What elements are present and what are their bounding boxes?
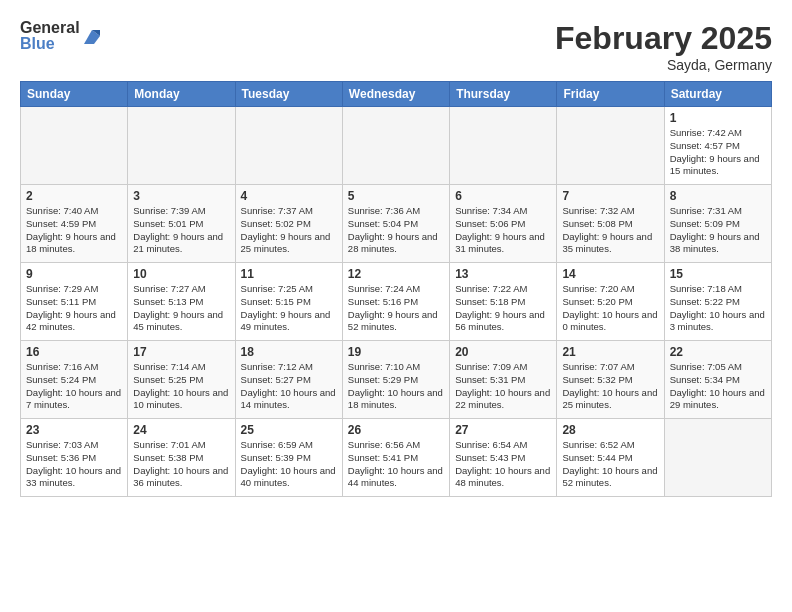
- calendar-cell: 23Sunrise: 7:03 AM Sunset: 5:36 PM Dayli…: [21, 419, 128, 497]
- day-info: Sunrise: 6:56 AM Sunset: 5:41 PM Dayligh…: [348, 439, 444, 490]
- day-info: Sunrise: 7:16 AM Sunset: 5:24 PM Dayligh…: [26, 361, 122, 412]
- day-number: 24: [133, 423, 229, 437]
- day-info: Sunrise: 6:52 AM Sunset: 5:44 PM Dayligh…: [562, 439, 658, 490]
- day-info: Sunrise: 7:32 AM Sunset: 5:08 PM Dayligh…: [562, 205, 658, 256]
- day-info: Sunrise: 7:20 AM Sunset: 5:20 PM Dayligh…: [562, 283, 658, 334]
- day-number: 18: [241, 345, 337, 359]
- calendar-cell: 2Sunrise: 7:40 AM Sunset: 4:59 PM Daylig…: [21, 185, 128, 263]
- calendar-cell: 18Sunrise: 7:12 AM Sunset: 5:27 PM Dayli…: [235, 341, 342, 419]
- day-info: Sunrise: 7:36 AM Sunset: 5:04 PM Dayligh…: [348, 205, 444, 256]
- logo-icon: [82, 26, 102, 46]
- day-info: Sunrise: 6:54 AM Sunset: 5:43 PM Dayligh…: [455, 439, 551, 490]
- day-number: 4: [241, 189, 337, 203]
- weekday-header: Monday: [128, 82, 235, 107]
- day-number: 12: [348, 267, 444, 281]
- day-info: Sunrise: 7:22 AM Sunset: 5:18 PM Dayligh…: [455, 283, 551, 334]
- calendar-cell: 24Sunrise: 7:01 AM Sunset: 5:38 PM Dayli…: [128, 419, 235, 497]
- day-number: 21: [562, 345, 658, 359]
- month-title: February 2025: [555, 20, 772, 57]
- calendar-cell: 8Sunrise: 7:31 AM Sunset: 5:09 PM Daylig…: [664, 185, 771, 263]
- calendar: SundayMondayTuesdayWednesdayThursdayFrid…: [20, 81, 772, 497]
- day-number: 16: [26, 345, 122, 359]
- day-info: Sunrise: 7:31 AM Sunset: 5:09 PM Dayligh…: [670, 205, 766, 256]
- calendar-cell: 12Sunrise: 7:24 AM Sunset: 5:16 PM Dayli…: [342, 263, 449, 341]
- calendar-cell: 19Sunrise: 7:10 AM Sunset: 5:29 PM Dayli…: [342, 341, 449, 419]
- day-number: 26: [348, 423, 444, 437]
- day-info: Sunrise: 7:24 AM Sunset: 5:16 PM Dayligh…: [348, 283, 444, 334]
- calendar-cell: 17Sunrise: 7:14 AM Sunset: 5:25 PM Dayli…: [128, 341, 235, 419]
- calendar-cell: 7Sunrise: 7:32 AM Sunset: 5:08 PM Daylig…: [557, 185, 664, 263]
- day-number: 5: [348, 189, 444, 203]
- day-number: 11: [241, 267, 337, 281]
- logo-blue: Blue: [20, 36, 80, 52]
- day-number: 8: [670, 189, 766, 203]
- weekday-header: Tuesday: [235, 82, 342, 107]
- day-info: Sunrise: 7:01 AM Sunset: 5:38 PM Dayligh…: [133, 439, 229, 490]
- day-info: Sunrise: 7:25 AM Sunset: 5:15 PM Dayligh…: [241, 283, 337, 334]
- day-info: Sunrise: 7:18 AM Sunset: 5:22 PM Dayligh…: [670, 283, 766, 334]
- calendar-cell: 22Sunrise: 7:05 AM Sunset: 5:34 PM Dayli…: [664, 341, 771, 419]
- day-number: 1: [670, 111, 766, 125]
- day-info: Sunrise: 7:37 AM Sunset: 5:02 PM Dayligh…: [241, 205, 337, 256]
- calendar-cell: [557, 107, 664, 185]
- calendar-cell: [450, 107, 557, 185]
- logo-text: General Blue: [20, 20, 80, 52]
- calendar-cell: [342, 107, 449, 185]
- weekday-header: Saturday: [664, 82, 771, 107]
- calendar-cell: 28Sunrise: 6:52 AM Sunset: 5:44 PM Dayli…: [557, 419, 664, 497]
- calendar-cell: 9Sunrise: 7:29 AM Sunset: 5:11 PM Daylig…: [21, 263, 128, 341]
- calendar-cell: 5Sunrise: 7:36 AM Sunset: 5:04 PM Daylig…: [342, 185, 449, 263]
- logo: General Blue: [20, 20, 102, 52]
- calendar-cell: 16Sunrise: 7:16 AM Sunset: 5:24 PM Dayli…: [21, 341, 128, 419]
- calendar-cell: 6Sunrise: 7:34 AM Sunset: 5:06 PM Daylig…: [450, 185, 557, 263]
- calendar-row: 23Sunrise: 7:03 AM Sunset: 5:36 PM Dayli…: [21, 419, 772, 497]
- logo-general: General: [20, 20, 80, 36]
- calendar-row: 16Sunrise: 7:16 AM Sunset: 5:24 PM Dayli…: [21, 341, 772, 419]
- day-number: 2: [26, 189, 122, 203]
- day-number: 25: [241, 423, 337, 437]
- day-info: Sunrise: 7:05 AM Sunset: 5:34 PM Dayligh…: [670, 361, 766, 412]
- day-info: Sunrise: 7:12 AM Sunset: 5:27 PM Dayligh…: [241, 361, 337, 412]
- weekday-header: Sunday: [21, 82, 128, 107]
- day-info: Sunrise: 7:10 AM Sunset: 5:29 PM Dayligh…: [348, 361, 444, 412]
- day-number: 20: [455, 345, 551, 359]
- calendar-row: 2Sunrise: 7:40 AM Sunset: 4:59 PM Daylig…: [21, 185, 772, 263]
- weekday-header: Thursday: [450, 82, 557, 107]
- day-number: 17: [133, 345, 229, 359]
- calendar-cell: [235, 107, 342, 185]
- day-info: Sunrise: 7:34 AM Sunset: 5:06 PM Dayligh…: [455, 205, 551, 256]
- day-info: Sunrise: 7:29 AM Sunset: 5:11 PM Dayligh…: [26, 283, 122, 334]
- day-info: Sunrise: 7:39 AM Sunset: 5:01 PM Dayligh…: [133, 205, 229, 256]
- calendar-cell: 13Sunrise: 7:22 AM Sunset: 5:18 PM Dayli…: [450, 263, 557, 341]
- weekday-row: SundayMondayTuesdayWednesdayThursdayFrid…: [21, 82, 772, 107]
- calendar-row: 1Sunrise: 7:42 AM Sunset: 4:57 PM Daylig…: [21, 107, 772, 185]
- weekday-header: Friday: [557, 82, 664, 107]
- day-info: Sunrise: 7:07 AM Sunset: 5:32 PM Dayligh…: [562, 361, 658, 412]
- calendar-cell: [664, 419, 771, 497]
- day-number: 9: [26, 267, 122, 281]
- calendar-cell: 14Sunrise: 7:20 AM Sunset: 5:20 PM Dayli…: [557, 263, 664, 341]
- calendar-cell: 21Sunrise: 7:07 AM Sunset: 5:32 PM Dayli…: [557, 341, 664, 419]
- day-info: Sunrise: 7:42 AM Sunset: 4:57 PM Dayligh…: [670, 127, 766, 178]
- calendar-row: 9Sunrise: 7:29 AM Sunset: 5:11 PM Daylig…: [21, 263, 772, 341]
- day-info: Sunrise: 6:59 AM Sunset: 5:39 PM Dayligh…: [241, 439, 337, 490]
- calendar-cell: 1Sunrise: 7:42 AM Sunset: 4:57 PM Daylig…: [664, 107, 771, 185]
- calendar-header: SundayMondayTuesdayWednesdayThursdayFrid…: [21, 82, 772, 107]
- day-number: 23: [26, 423, 122, 437]
- day-number: 10: [133, 267, 229, 281]
- day-number: 15: [670, 267, 766, 281]
- day-info: Sunrise: 7:03 AM Sunset: 5:36 PM Dayligh…: [26, 439, 122, 490]
- calendar-cell: 20Sunrise: 7:09 AM Sunset: 5:31 PM Dayli…: [450, 341, 557, 419]
- calendar-cell: [21, 107, 128, 185]
- calendar-cell: 3Sunrise: 7:39 AM Sunset: 5:01 PM Daylig…: [128, 185, 235, 263]
- subtitle: Sayda, Germany: [555, 57, 772, 73]
- weekday-header: Wednesday: [342, 82, 449, 107]
- day-number: 28: [562, 423, 658, 437]
- calendar-cell: 25Sunrise: 6:59 AM Sunset: 5:39 PM Dayli…: [235, 419, 342, 497]
- day-number: 27: [455, 423, 551, 437]
- calendar-cell: 26Sunrise: 6:56 AM Sunset: 5:41 PM Dayli…: [342, 419, 449, 497]
- calendar-cell: 10Sunrise: 7:27 AM Sunset: 5:13 PM Dayli…: [128, 263, 235, 341]
- day-info: Sunrise: 7:14 AM Sunset: 5:25 PM Dayligh…: [133, 361, 229, 412]
- calendar-cell: 15Sunrise: 7:18 AM Sunset: 5:22 PM Dayli…: [664, 263, 771, 341]
- calendar-cell: [128, 107, 235, 185]
